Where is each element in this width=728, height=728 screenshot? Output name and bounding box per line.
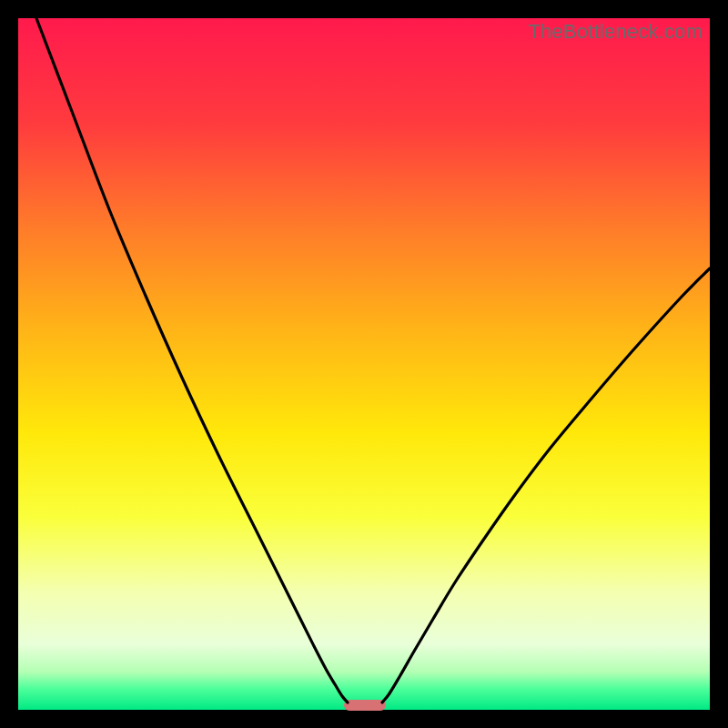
chart-frame: TheBottleneck.com bbox=[18, 18, 710, 710]
watermark-text: TheBottleneck.com bbox=[528, 20, 703, 44]
bottleneck-curve bbox=[18, 18, 710, 710]
